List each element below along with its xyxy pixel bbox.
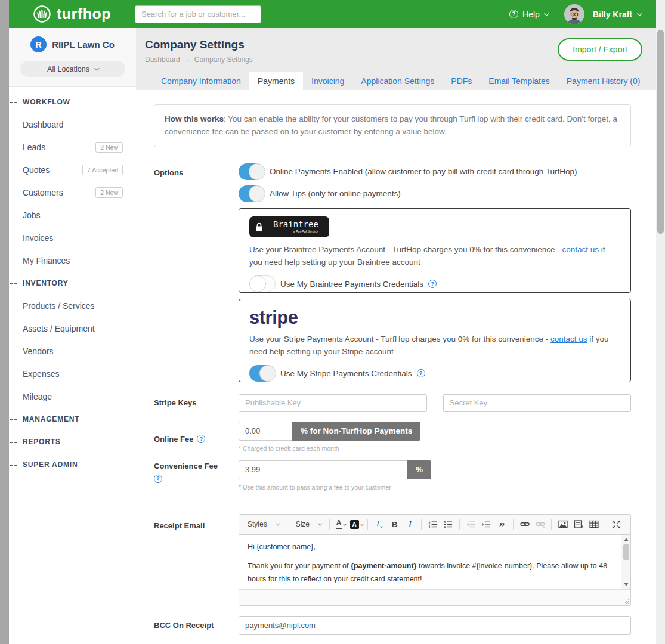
- nav-badge: 2 New: [95, 142, 123, 153]
- receipt-email-body[interactable]: Hi {customer-name}, Thank you for your p…: [239, 535, 621, 589]
- online-fee-input[interactable]: [239, 422, 292, 441]
- tab-payment-history-0[interactable]: Payment History (0): [558, 72, 649, 90]
- stripe-help-icon[interactable]: ?: [417, 369, 425, 377]
- page-title: Company Settings: [145, 38, 253, 51]
- outdent-button[interactable]: [463, 517, 478, 532]
- maximize-button[interactable]: [609, 517, 624, 532]
- breadcrumb-dashboard[interactable]: Dashboard: [145, 55, 180, 64]
- help-menu[interactable]: ? Help: [509, 10, 548, 19]
- sidebar-section-reports[interactable]: REPORTS: [9, 431, 136, 453]
- sidebar-section-management[interactable]: MANAGEMENT: [9, 408, 136, 431]
- user-name: Billy Kraft: [593, 10, 632, 19]
- online-fee-helper: * Charged to credit card each month: [239, 445, 631, 452]
- convenience-fee-help-icon[interactable]: ?: [154, 475, 162, 483]
- sidebar-item-jobs[interactable]: Jobs: [9, 204, 136, 227]
- blockquote-button[interactable]: ”: [494, 517, 509, 532]
- location-selector[interactable]: All Locations: [20, 61, 125, 77]
- tab-payments[interactable]: Payments: [249, 72, 303, 90]
- editor-scrollbar[interactable]: [621, 535, 630, 589]
- avatar[interactable]: [564, 4, 584, 24]
- nav-label: Dashboard: [23, 120, 64, 129]
- page-scroll-thumb[interactable]: [657, 30, 664, 234]
- scroll-down-icon[interactable]: [624, 583, 629, 586]
- tab-pdfs[interactable]: PDFs: [443, 72, 480, 90]
- tab-application-settings[interactable]: Application Settings: [352, 72, 443, 90]
- app-window: turfhop ? Help: [0, 0, 665, 644]
- sidebar-item-assets-equipment[interactable]: Assets / Equipment: [9, 317, 136, 340]
- user-menu[interactable]: Billy Kraft: [593, 10, 641, 19]
- search-input[interactable]: [135, 5, 261, 23]
- brand-name: turfhop: [57, 5, 111, 23]
- allow-tips-toggle[interactable]: [239, 185, 265, 202]
- sidebar-item-products-services[interactable]: Products / Services: [9, 295, 136, 317]
- options-label: Options: [154, 163, 239, 382]
- editor-scroll-thumb[interactable]: [623, 544, 629, 560]
- sidebar-item-quotes[interactable]: Quotes7 Accepted: [9, 159, 136, 181]
- nav-label: Customers: [23, 188, 63, 197]
- receipt-email-label: Receipt Email: [154, 514, 239, 606]
- online-payments-toggle[interactable]: [239, 163, 265, 180]
- section-dash-icon: [10, 465, 17, 466]
- online-fee-help-icon[interactable]: ?: [197, 435, 205, 443]
- resize-grip[interactable]: [623, 597, 629, 604]
- main-content: Company Settings Dashboard → Company Set…: [136, 28, 656, 644]
- tab-company-information[interactable]: Company Information: [153, 72, 249, 90]
- editor-toolbar: Styles Size A A: [239, 515, 630, 535]
- bullet-list-button[interactable]: [441, 517, 456, 532]
- sidebar-item-invoices[interactable]: Invoices: [9, 227, 136, 249]
- sidebar-section-inventory[interactable]: INVENTORY: [9, 272, 136, 295]
- sidebar-item-dashboard[interactable]: Dashboard: [9, 113, 136, 136]
- online-fee-addon: % for Non-TurfHop Payments: [292, 422, 420, 441]
- bcc-input[interactable]: [239, 616, 631, 635]
- section-dash-icon: [10, 102, 17, 103]
- braintree-credentials-label: Use My Braintree Payments Credentials: [280, 280, 423, 289]
- publishable-key-input[interactable]: [239, 394, 427, 412]
- braintree-credentials-toggle[interactable]: [249, 275, 276, 292]
- braintree-contact-us-link[interactable]: contact us: [562, 245, 599, 254]
- sidebar-item-leads[interactable]: Leads2 New: [9, 136, 136, 159]
- unlink-button[interactable]: [533, 517, 548, 532]
- braintree-help-icon[interactable]: ?: [428, 280, 437, 288]
- tab-invoicing[interactable]: Invoicing: [303, 72, 352, 90]
- sidebar-item-expenses[interactable]: Expenses: [9, 363, 136, 385]
- sidebar-item-vendors[interactable]: Vendors: [9, 340, 136, 363]
- tab-email-templates[interactable]: Email Templates: [480, 72, 558, 90]
- nav-badge: 7 Accepted: [82, 165, 123, 175]
- svg-text:3: 3: [429, 525, 431, 528]
- link-button[interactable]: [517, 517, 532, 532]
- scroll-up-icon[interactable]: [624, 538, 629, 541]
- sidebar-section-super-admin[interactable]: SUPER ADMIN: [9, 453, 136, 476]
- ordered-list-button[interactable]: 123: [425, 517, 440, 532]
- braintree-logo[interactable]: Braintree a PayPal Service: [249, 216, 329, 237]
- stripe-description: Use your Stripe Payments Account - TurfH…: [249, 333, 620, 358]
- italic-button[interactable]: I: [403, 517, 417, 532]
- template-button[interactable]: [571, 517, 586, 532]
- online-fee-label: Online Fee: [154, 434, 193, 445]
- section-dash-icon: [10, 283, 17, 284]
- import-export-button[interactable]: Import / Export: [558, 38, 642, 61]
- sidebar-item-my-finances[interactable]: My Finances: [9, 249, 136, 272]
- braintree-wordmark: Braintree: [273, 220, 318, 228]
- turfhop-logo[interactable]: turfhop: [33, 5, 111, 23]
- size-dropdown[interactable]: Size: [291, 518, 326, 531]
- image-button[interactable]: [555, 517, 570, 532]
- background-color-button[interactable]: A: [349, 517, 364, 532]
- sidebar-item-customers[interactable]: Customers2 New: [9, 181, 136, 204]
- sidebar-nav: WORKFLOWDashboardLeads2 NewQuotes7 Accep…: [9, 87, 136, 476]
- email-body-text: Thank you for your payment of {payment-a…: [248, 560, 613, 586]
- styles-dropdown[interactable]: Styles: [243, 518, 283, 531]
- remove-format-button[interactable]: Tx: [372, 517, 386, 532]
- secret-key-input[interactable]: [443, 394, 632, 412]
- text-color-button[interactable]: A: [333, 517, 348, 532]
- page-scrollbar[interactable]: [656, 0, 665, 644]
- convenience-fee-input[interactable]: [239, 460, 407, 479]
- table-button[interactable]: [586, 517, 601, 532]
- editor-statusbar: [239, 589, 630, 605]
- chevron-down-icon: [94, 66, 99, 70]
- sidebar-item-mileage[interactable]: Mileage: [9, 385, 136, 408]
- sidebar-section-workflow[interactable]: WORKFLOW: [9, 91, 136, 113]
- stripe-contact-us-link[interactable]: contact us: [550, 335, 587, 343]
- indent-button[interactable]: [479, 517, 494, 532]
- stripe-credentials-toggle[interactable]: [249, 365, 276, 382]
- bold-button[interactable]: B: [387, 517, 402, 532]
